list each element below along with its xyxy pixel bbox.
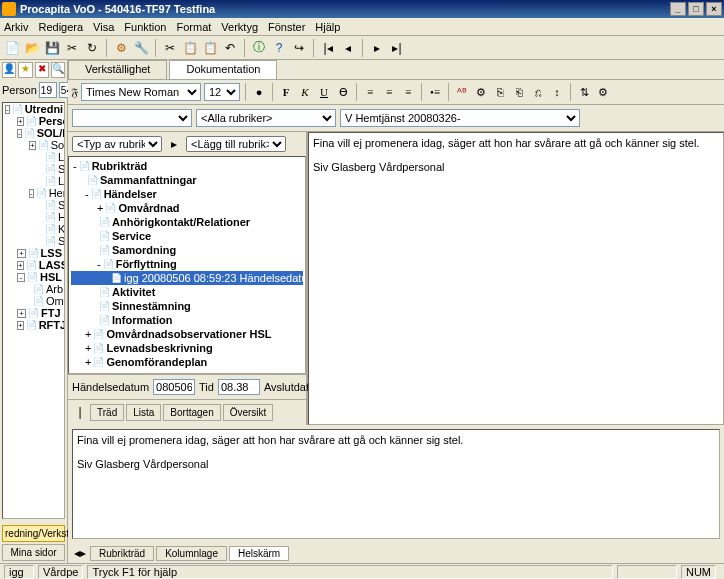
tree-item[interactable]: 📄Anhörigkontakt/Relationer <box>71 215 303 229</box>
lp-person-icon[interactable]: 👤 <box>2 62 16 78</box>
align-right-icon[interactable]: ≡ <box>400 84 416 100</box>
fmt-h-icon[interactable]: ⚙ <box>595 84 611 100</box>
copy-icon[interactable]: 📋 <box>182 40 198 56</box>
lp-star-icon[interactable]: ★ <box>18 62 32 78</box>
tree-item[interactable]: 📄igg 20080506 08:59:23 Händelsedatum: 20… <box>71 271 303 285</box>
tool-icon[interactable]: 🔧 <box>133 40 149 56</box>
open-icon[interactable]: 📂 <box>24 40 40 56</box>
align-left-icon[interactable]: ≡ <box>362 84 378 100</box>
fmt-spell-icon[interactable]: ᴬᴮ <box>454 84 470 100</box>
paste-icon[interactable]: 📋 <box>202 40 218 56</box>
save-icon[interactable]: 💾 <box>44 40 60 56</box>
fmt-d-icon[interactable]: ⎗ <box>511 84 527 100</box>
tree-item[interactable]: +📄LSS <box>3 247 64 259</box>
expand-icon[interactable]: - <box>17 273 25 282</box>
minimize-button[interactable]: _ <box>670 2 686 16</box>
maximize-button[interactable]: □ <box>688 2 704 16</box>
left-tree[interactable]: -📄Utredning+📄Person-📄SOL/H+📄SoL📄Löp📄SoL📄… <box>2 102 65 519</box>
tree-item[interactable]: 📄Löp <box>3 151 64 163</box>
expand-icon[interactable]: + <box>85 328 91 340</box>
tree-item[interactable]: 📄Information <box>71 313 303 327</box>
tree-item[interactable]: -📄Förflyttning <box>71 257 303 271</box>
strike-button[interactable]: Ɵ <box>335 84 351 100</box>
tree-item[interactable]: 📄Sinnestämning <box>71 299 303 313</box>
tree-item[interactable]: 📄SoL <box>3 163 64 175</box>
close-button[interactable]: × <box>706 2 722 16</box>
info-icon[interactable]: ⓘ <box>251 40 267 56</box>
tree-item[interactable]: +📄LASS <box>3 259 64 271</box>
font-name-select[interactable]: Times New Roman <box>81 83 201 101</box>
tree-item[interactable]: +📄Person <box>3 115 64 127</box>
italic-button[interactable]: K <box>297 84 313 100</box>
expand-icon[interactable]: - <box>85 188 89 200</box>
help-icon[interactable]: ? <box>271 40 287 56</box>
fmt-b-icon[interactable]: ⚙ <box>473 84 489 100</box>
fmt-c-icon[interactable]: ⎘ <box>492 84 508 100</box>
tree-item[interactable]: 📄Her <box>3 211 64 223</box>
btn-borttagen[interactable]: Borttagen <box>163 404 220 421</box>
combo-rubriker[interactable]: <Alla rubriker> <box>196 109 336 127</box>
tree-item[interactable]: +📄FTJ <box>3 307 64 319</box>
menu-funktion[interactable]: Funktion <box>124 21 166 33</box>
handelsedatum-field[interactable] <box>153 379 195 395</box>
fmt-g-icon[interactable]: ⇅ <box>576 84 592 100</box>
next-icon[interactable]: ▸ <box>369 40 385 56</box>
expand-icon[interactable]: - <box>97 258 101 270</box>
tree-item[interactable]: 📄Sär <box>3 199 64 211</box>
tree-item[interactable]: 📄Arb <box>3 283 64 295</box>
expand-icon[interactable]: - <box>5 105 10 114</box>
btab-helskarm[interactable]: Helskärm <box>229 546 289 561</box>
btab-rubriktrad[interactable]: Rubrikträd <box>90 546 154 561</box>
last-icon[interactable]: ▸| <box>389 40 405 56</box>
tree-item[interactable]: -📄Rubrikträd <box>71 159 303 173</box>
combo-typ-rubrik[interactable]: <Typ av rubrik> <box>72 136 162 152</box>
person-field1[interactable] <box>39 82 57 98</box>
cut-icon[interactable]: ✂ <box>64 40 80 56</box>
bullets-icon[interactable]: •≡ <box>427 84 443 100</box>
expand-icon[interactable]: + <box>17 321 24 330</box>
expand-icon[interactable]: + <box>17 261 24 270</box>
menu-verktyg[interactable]: Verktyg <box>221 21 258 33</box>
btn-redning[interactable]: redning/Verkställigh <box>2 525 65 542</box>
tree-item[interactable]: 📄Aktivitet <box>71 285 303 299</box>
expand-icon[interactable]: - <box>17 129 22 138</box>
btab-kolumnlage[interactable]: Kolumnlage <box>156 546 227 561</box>
btn-lista[interactable]: Lista <box>126 404 161 421</box>
font-size-select[interactable]: 12 <box>204 83 240 101</box>
underline-button[interactable]: U <box>316 84 332 100</box>
btn-mina-sidor[interactable]: Mina sidor <box>2 544 65 561</box>
btn-oversikt[interactable]: Översikt <box>223 404 274 421</box>
tree-item[interactable]: 📄Service <box>71 229 303 243</box>
expand-icon[interactable]: - <box>29 189 34 198</box>
lp-search-icon[interactable]: 🔍 <box>51 62 65 78</box>
expand-icon[interactable]: + <box>97 202 103 214</box>
menu-fonster[interactable]: Fönster <box>268 21 305 33</box>
tree-item[interactable]: 📄Samordning <box>71 243 303 257</box>
tree-item[interactable]: 📄Sammanfattningar <box>71 173 303 187</box>
combo-lagg-rubrik[interactable]: <Lägg till rubrik> <box>186 136 286 152</box>
combo-1[interactable] <box>72 109 192 127</box>
menu-hjalp[interactable]: Hjälp <box>315 21 340 33</box>
exit-icon[interactable]: ↪ <box>291 40 307 56</box>
cut2-icon[interactable]: ✂ <box>162 40 178 56</box>
bold-button[interactable]: F <box>278 84 294 100</box>
menu-format[interactable]: Format <box>177 21 212 33</box>
btn-trad[interactable]: Träd <box>90 404 124 421</box>
tree-item[interactable]: 📄Löp <box>3 175 64 187</box>
align-center-icon[interactable]: ≡ <box>381 84 397 100</box>
lp-x-icon[interactable]: ✖ <box>35 62 49 78</box>
tree-item[interactable]: +📄Omvårdnadsobservationer HSL <box>71 327 303 341</box>
tree-item[interactable]: -📄Utredning <box>3 103 64 115</box>
bottom-nav-icon[interactable]: ◂▸ <box>72 545 88 561</box>
fmt-f-icon[interactable]: ↕ <box>549 84 565 100</box>
expand-icon[interactable]: + <box>17 117 24 126</box>
tree-item[interactable]: 📄Kor <box>3 223 64 235</box>
tree-item[interactable]: +📄RFTJ <box>3 319 64 331</box>
menu-redigera[interactable]: Redigera <box>38 21 83 33</box>
expand-icon[interactable]: + <box>17 309 26 318</box>
expand-icon[interactable]: + <box>17 249 26 258</box>
tree-item[interactable]: +📄Levnadsbeskrivning <box>71 341 303 355</box>
color-icon[interactable]: ● <box>251 84 267 100</box>
tid-field[interactable] <box>218 379 260 395</box>
tree-item[interactable]: +📄SoL <box>3 139 64 151</box>
